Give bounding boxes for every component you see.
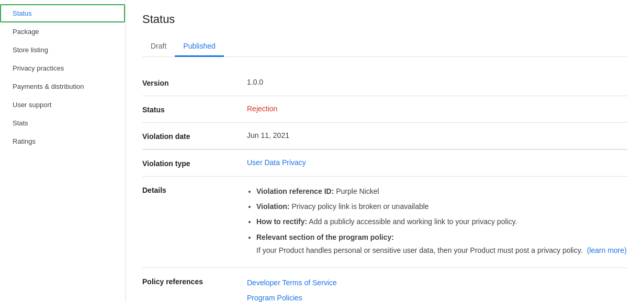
sidebar-item-stats[interactable]: Stats	[0, 114, 125, 132]
sidebar-item-store-listing[interactable]: Store listing	[0, 41, 125, 59]
detail-1-text: Purple Nickel	[336, 187, 379, 195]
policy-references-row: Policy references Developer Terms of Ser…	[142, 268, 627, 302]
sidebar-item-package[interactable]: Package	[0, 22, 125, 41]
sidebar-item-status[interactable]: Status	[0, 4, 125, 22]
sidebar-item-user-support[interactable]: User support	[0, 96, 125, 114]
tabs-bar: Draft Published	[142, 37, 627, 57]
violation-type-label: Violation type	[142, 158, 247, 168]
status-content: Version 1.0.0 Status Rejection Violation…	[142, 57, 627, 302]
detail-item-2: Violation: Privacy policy link is broken…	[256, 200, 627, 213]
policy-link-program-policies[interactable]: Program Policies	[247, 292, 627, 302]
detail-item-1: Violation reference ID: Purple Nickel	[256, 185, 627, 198]
detail-2-bold: Violation:	[256, 202, 290, 211]
tab-draft[interactable]: Draft	[142, 37, 175, 57]
status-value: Rejection	[247, 104, 627, 113]
status-row: Status Rejection	[142, 96, 627, 123]
sidebar-item-payments-distribution[interactable]: Payments & distribution	[0, 77, 125, 96]
learn-more-link[interactable]: (learn more)	[587, 246, 627, 254]
sidebar-item-privacy-practices[interactable]: Privacy practices	[0, 59, 125, 77]
detail-2-text: Privacy policy link is broken or unavail…	[291, 202, 428, 211]
violation-type-row: Violation type User Data Privacy	[142, 150, 627, 177]
detail-3-bold: How to rectify:	[256, 217, 307, 226]
version-row: Version 1.0.0	[142, 69, 627, 96]
policy-links-container: Developer Terms of Service Program Polic…	[247, 276, 627, 302]
version-value: 1.0.0	[247, 78, 627, 86]
violation-date-value: Jun 11, 2021	[247, 131, 627, 140]
violation-date-label: Violation date	[142, 131, 247, 141]
detail-item-4: Relevant section of the program policy: …	[256, 231, 627, 257]
status-label: Status	[142, 104, 247, 114]
sidebar-item-ratings[interactable]: Ratings	[0, 132, 125, 150]
detail-3-text: Add a publicly accessible and working li…	[309, 217, 517, 226]
policy-references-label: Policy references	[142, 276, 247, 286]
detail-item-3: How to rectify: Add a publicly accessibl…	[256, 215, 627, 228]
tab-published[interactable]: Published	[175, 37, 224, 57]
detail-1-bold: Violation reference ID:	[256, 187, 334, 195]
details-list: Violation reference ID: Purple Nickel Vi…	[247, 185, 627, 257]
policy-references-value: Developer Terms of Service Program Polic…	[247, 276, 627, 302]
main-content: Status Draft Published Version 1.0.0 Sta…	[126, 0, 644, 302]
policy-link-developer-terms[interactable]: Developer Terms of Service	[247, 276, 627, 289]
detail-4-text: If your Product handles personal or sens…	[256, 246, 583, 254]
details-row: Details Violation reference ID: Purple N…	[142, 177, 627, 268]
page-title: Status	[142, 13, 627, 26]
version-label: Version	[142, 78, 247, 87]
details-label: Details	[142, 185, 247, 194]
details-value: Violation reference ID: Purple Nickel Vi…	[247, 185, 627, 259]
violation-date-row: Violation date Jun 11, 2021	[142, 123, 627, 149]
violation-type-link[interactable]: User Data Privacy	[247, 158, 306, 167]
sidebar: Status Package Store listing Privacy pra…	[0, 0, 126, 302]
detail-4-bold: Relevant section of the program policy:	[256, 233, 394, 241]
violation-type-value: User Data Privacy	[247, 158, 627, 167]
